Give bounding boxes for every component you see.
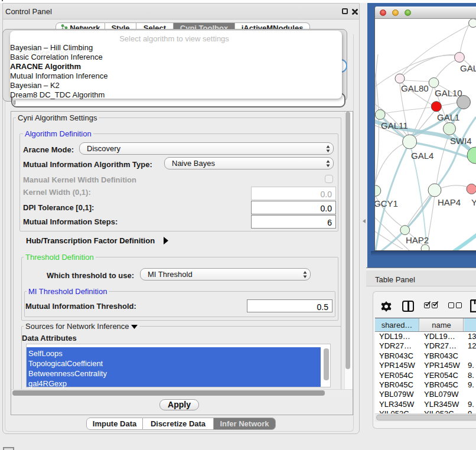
svg-text:GAL4: GAL4 <box>411 151 433 161</box>
svg-text:GAL1: GAL1 <box>437 112 459 122</box>
svg-text:Y: Y <box>471 197 476 207</box>
svg-text:HAP4: HAP4 <box>438 197 461 207</box>
svg-text:GAL10: GAL10 <box>435 88 462 98</box>
svg-text:SWI4: SWI4 <box>450 136 472 146</box>
svg-text:HAP2: HAP2 <box>406 235 429 245</box>
svg-text:GAL80: GAL80 <box>401 83 429 93</box>
svg-text:GCY1: GCY1 <box>375 198 398 208</box>
svg-text:GAL: GAL <box>460 63 476 73</box>
svg-text:GAL11: GAL11 <box>381 120 408 131</box>
